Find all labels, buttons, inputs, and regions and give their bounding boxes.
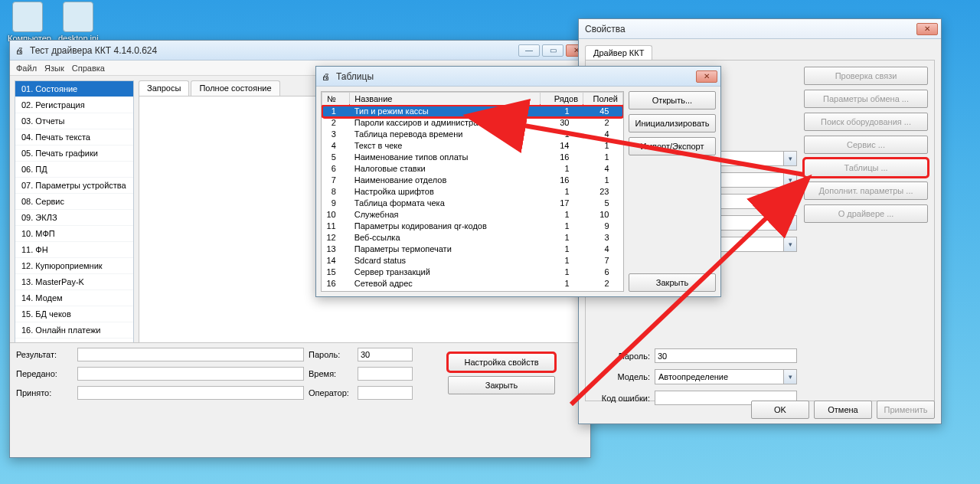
sidebar-item[interactable]: 08. Сервис (15, 194, 133, 210)
cell-name: Наименование типов оплаты (350, 152, 541, 163)
sidebar-item[interactable]: 15. БД чеков (15, 306, 133, 322)
desktop-icon-ini[interactable]: desktop.ini (58, 2, 98, 43)
cell-name: Параметры кодирования qr-кодов (350, 221, 541, 232)
menu-language[interactable]: Язык (44, 64, 64, 73)
sidebar-item[interactable]: 01. Состояние (15, 81, 133, 97)
table-row[interactable]: 12Веб-ссылка13 (322, 232, 623, 244)
table-row[interactable]: 11Параметры кодирования qr-кодов19 (322, 221, 623, 232)
table-row[interactable]: 2Пароли кассиров и администратор302 (322, 117, 623, 129)
cell-name: Служебная (350, 209, 541, 221)
sidebar-item[interactable]: 04. Печать текста (15, 129, 133, 146)
sidebar-item[interactable]: 14. Модем (15, 290, 133, 306)
minimize-button[interactable]: — (518, 44, 540, 57)
tab-full-state[interactable]: Полное состояние (191, 80, 279, 96)
cell-rows: 1 (541, 255, 583, 267)
driver-tab[interactable]: Драйвер ККТ (585, 45, 652, 60)
tables-grid[interactable]: № Название Рядов Полей 1Тип и режим касс… (321, 91, 624, 292)
table-row[interactable]: 15Сервер транзакций16 (322, 267, 623, 278)
chevron-down-icon: ▾ (783, 173, 796, 187)
table-row[interactable]: 1Тип и режим кассы145 (322, 106, 623, 117)
tables-button[interactable]: Таблицы ... (804, 159, 928, 177)
password-field[interactable] (358, 348, 413, 361)
additional-params-button[interactable]: Дополнит. параметры ... (804, 182, 928, 200)
col-fields[interactable]: Полей (583, 93, 623, 106)
initialize-button[interactable]: Инициализировать (629, 114, 716, 132)
cell-num: 13 (322, 244, 350, 255)
sidebar-item[interactable]: 12. Купюроприемник (15, 258, 133, 274)
open-button[interactable]: Открыть... (629, 91, 716, 110)
cell-name: Пароли кассиров и администратор (350, 117, 541, 129)
menu-file[interactable]: Файл (16, 64, 37, 73)
cell-rows: 16 (541, 175, 583, 186)
time-field[interactable] (358, 367, 413, 381)
props-close-button[interactable]: ✕ (916, 23, 938, 35)
sidebar-item[interactable]: 07. Параметры устройства (15, 178, 133, 194)
props-password-field[interactable] (655, 348, 797, 363)
cell-name: Сервер транзакций (350, 267, 541, 278)
sidebar-item[interactable]: 13. MasterPay-K (15, 274, 133, 290)
settings-button[interactable]: Настройка свойств (448, 353, 555, 371)
sidebar-item[interactable]: 09. ЭКЛЗ (15, 210, 133, 226)
sidebar-item[interactable]: 02. Регистрация (15, 97, 133, 113)
received-field[interactable] (77, 386, 304, 400)
import-export-button[interactable]: Импорт/Экспорт (629, 137, 716, 155)
table-row[interactable]: 14Sdcard status17 (322, 255, 623, 267)
close-app-button[interactable]: Закрыть (448, 376, 555, 394)
cancel-button[interactable]: Отмена (814, 401, 872, 419)
table-row[interactable]: 6Налоговые ставки14 (322, 163, 623, 175)
sidebar-item[interactable]: 10. МФП (15, 226, 133, 242)
cell-num: 5 (322, 152, 350, 163)
operator-field[interactable] (358, 386, 413, 400)
table-row[interactable]: 13Параметры термопечати14 (322, 244, 623, 255)
desktop-icon-computer[interactable]: Компьютер (8, 2, 47, 43)
cell-num: 8 (322, 186, 350, 198)
sent-field[interactable] (77, 367, 304, 381)
table-row[interactable]: 5Наименование типов оплаты161 (322, 152, 623, 163)
props-titlebar[interactable]: Свойства ✕ (579, 19, 941, 39)
sidebar-item[interactable]: 16. Онлайн платежи (15, 322, 133, 338)
props-model-combo[interactable]: Автоопределение ▾ (655, 369, 797, 384)
cell-num: 16 (322, 278, 350, 289)
exchange-params-button[interactable]: Параметры обмена ... (804, 90, 928, 108)
main-titlebar[interactable]: 🖨 Тест драйвера ККТ 4.14.0.624 — ▭ ✕ (10, 41, 590, 60)
service-button[interactable]: Сервис ... (804, 136, 928, 154)
cell-rows: 1 (541, 106, 583, 117)
tables-titlebar[interactable]: 🖨 Таблицы ✕ (316, 67, 720, 87)
table-row[interactable]: 10Служебная110 (322, 209, 623, 221)
ok-button[interactable]: OK (751, 401, 809, 419)
sidebar-item[interactable]: 05. Печать графики (15, 146, 133, 162)
cell-name: Налоговые ставки (350, 163, 541, 175)
menu-help[interactable]: Справка (72, 64, 105, 73)
cell-fields: 2 (583, 278, 623, 289)
col-rows[interactable]: Рядов (541, 93, 583, 106)
sidebar-item[interactable]: 06. ПД (15, 162, 133, 178)
tab-requests[interactable]: Запросы (139, 80, 189, 96)
result-field[interactable] (77, 348, 304, 361)
sidebar-item[interactable]: 11. ФН (15, 242, 133, 258)
col-num[interactable]: № (322, 93, 350, 106)
props-model-value: Автоопределение (655, 372, 783, 381)
table-row[interactable]: 16Сетевой адрес12 (322, 278, 623, 289)
table-row[interactable]: 7Наименование отделов161 (322, 175, 623, 186)
about-driver-button[interactable]: О драйвере ... (804, 204, 928, 223)
col-name[interactable]: Название (350, 93, 541, 106)
table-row[interactable]: 9Таблица формата чека175 (322, 198, 623, 209)
tables-close-btn[interactable]: Закрыть (629, 273, 716, 292)
maximize-button[interactable]: ▭ (542, 44, 564, 57)
apply-button[interactable]: Применить (877, 401, 935, 419)
table-row[interactable]: 4Текст в чеке141 (322, 140, 623, 152)
table-row[interactable]: 3Таблица перевода времени14 (322, 129, 623, 140)
cell-rows: 1 (541, 232, 583, 244)
cell-num: 9 (322, 198, 350, 209)
tables-close-button[interactable]: ✕ (696, 70, 717, 83)
props-title: Свойства (582, 24, 916, 34)
time-label: Время: (309, 369, 353, 378)
chevron-down-icon: ▾ (783, 152, 796, 165)
cell-fields: 6 (583, 267, 623, 278)
sidebar-item[interactable]: 03. Отчеты (15, 113, 133, 129)
cell-fields: 1 (583, 140, 623, 152)
search-device-button[interactable]: Поиск оборудования ... (804, 113, 928, 131)
check-connection-button[interactable]: Проверка связи (804, 67, 928, 85)
cell-name: Настройка шрифтов (350, 186, 541, 198)
table-row[interactable]: 8Настройка шрифтов123 (322, 186, 623, 198)
